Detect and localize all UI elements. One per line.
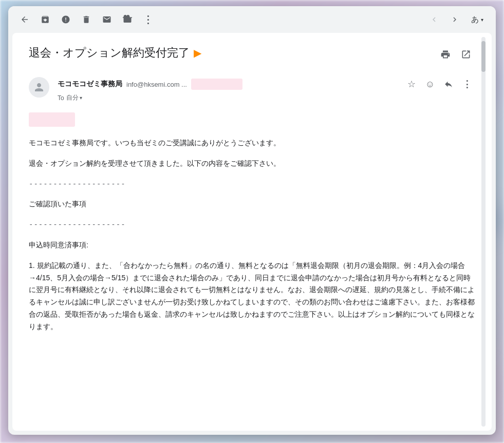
body-paragraph: 1. 規約記載の通り、また、「合わなかったら無料」の名の通り、無料となるのは「無… [29,260,475,333]
sender-email: info@hksemi.com ... [126,81,187,88]
translate-button[interactable]: あ ▾ [467,13,488,27]
email-header-actions [436,45,475,64]
body-line1: モコモコゼミ事務局です。いつも当ゼミのご受講誠にありがとうございます。 [29,137,475,149]
sender-actions: ☆ ☺ ⋮ [403,76,475,92]
sender-info: モコモコゼミ事務局 info@hksemi.com ... ☆ ☺ ⋮ To [58,76,475,102]
report-button[interactable] [58,11,74,28]
toolbar: ⋮ あ ▾ [8,6,496,33]
to-label: To [58,94,64,102]
open-external-button[interactable] [457,45,475,64]
archive-button[interactable] [37,11,53,28]
sender-redacted-tag [191,79,242,90]
emoji-button[interactable]: ☺ [422,76,438,92]
move-button[interactable] [119,11,136,28]
delete-button[interactable] [78,11,95,28]
subject-arrow-icon: ▶ [194,47,201,59]
consent-label: 申込時同意済事項: [29,239,475,252]
lang-arrow-icon: ▾ [481,17,483,23]
mark-button[interactable] [99,11,115,28]
browser-window: ⋮ あ ▾ 退会・オプション解約受付完了 ▶ [8,6,496,435]
to-dropdown[interactable]: 自分 ▾ [66,93,82,102]
more-toolbar-button[interactable]: ⋮ [140,11,156,28]
recipient-redacted [29,112,75,127]
nav-next-button[interactable] [446,11,463,28]
sender-name-row: モコモコゼミ事務局 info@hksemi.com ... ☆ ☺ ⋮ [58,76,475,92]
scrollbar-thumb[interactable] [481,41,486,72]
to-dropdown-arrow-icon: ▾ [80,95,82,101]
email-content-area: 退会・オプション解約受付完了 ▶ モコモコゼミ事務局 info@hksemi [12,33,492,431]
sender-row: モコモコゼミ事務局 info@hksemi.com ... ☆ ☺ ⋮ To [29,76,475,102]
email-body: モコモコゼミ事務局です。いつも当ゼミのご受講誠にありがとうございます。 退会・オ… [29,137,475,333]
email-subject: 退会・オプション解約受付完了 ▶ [29,45,201,61]
nav-prev-button[interactable] [426,11,442,28]
subject-text: 退会・オプション解約受付完了 [29,45,190,61]
divider-1: -------------------- [29,178,475,190]
divider-2: -------------------- [29,219,475,231]
body-line2: 退会・オプション解約を受理させて頂きました。以下の内容をご確認下さい。 [29,158,475,170]
email-header: 退会・オプション解約受付完了 ▶ [29,45,475,64]
sender-name: モコモコゼミ事務局 [58,80,122,89]
sender-more-button[interactable]: ⋮ [459,76,475,92]
to-self-text: 自分 [66,93,79,102]
to-line: To 自分 ▾ [58,93,475,102]
reply-button[interactable] [440,76,457,92]
lang-label: あ [471,15,479,25]
star-button[interactable]: ☆ [403,76,420,92]
print-button[interactable] [436,45,455,64]
scrollbar-track[interactable] [481,37,486,427]
section-title: ご確認頂いた事項 [29,198,475,210]
avatar [29,77,49,98]
back-button[interactable] [16,11,33,28]
